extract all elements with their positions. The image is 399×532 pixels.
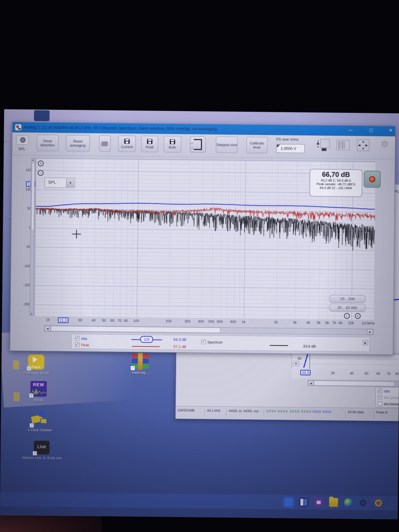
camera-icon[interactable] [16, 135, 29, 145]
shortcut-arrow-icon: ↗ [33, 451, 37, 455]
x-tick: 10k [343, 321, 358, 325]
buckle [138, 353, 143, 370]
archive-label[interactable]: room eq… [124, 370, 157, 375]
fs-sine-input[interactable]: 1,0000 V [276, 144, 305, 153]
x-tick: 1k [236, 320, 251, 324]
edge-browser-taskbar-icon[interactable] [344, 498, 353, 507]
spin-flag-icon [277, 145, 280, 148]
start-taskbar-icon[interactable] [284, 498, 293, 507]
one-click-cleaner-icon[interactable]: ↗ [31, 411, 49, 427]
octave-selector[interactable]: 1/3 [140, 336, 153, 343]
close-button[interactable]: ✕ [385, 128, 397, 134]
zoom-in-button[interactable]: + [38, 160, 44, 166]
save-both-label: Both [169, 145, 176, 149]
task-view-taskbar-icon[interactable] [299, 498, 308, 507]
open-file-button[interactable] [99, 135, 111, 152]
desktop-tile-icon[interactable] [34, 110, 50, 121]
mini-desktop-icon[interactable] [13, 392, 19, 401]
pan-arrows-icon[interactable]: ▲ ▼ ◀ ▶ [357, 139, 369, 151]
zoom-out-button[interactable]: − [38, 170, 44, 176]
rew-icon[interactable]: REW ↗ [30, 381, 47, 397]
x-tick: 300 [180, 319, 195, 323]
scrollbar-thumb[interactable] [314, 380, 394, 386]
status-hex-blue: 0000 0000 [312, 410, 332, 414]
y-tick: -50 [21, 245, 31, 249]
curve-select-combo[interactable]: SPL ▼ [44, 177, 75, 188]
cleaner-label[interactable]: 1-Click Cleaner [20, 428, 60, 432]
legend-right-arrow[interactable]: ▶ [363, 340, 368, 345]
clock-compass-taskbar-icon[interactable] [374, 499, 383, 507]
pan-box [320, 139, 330, 148]
bw-h-scrollbar[interactable]: ◀ [308, 380, 399, 387]
minimize-button[interactable]: — [345, 128, 356, 134]
shortcut-arrow-icon: ↗ [30, 423, 34, 427]
bw-checkbox-panel: ✓ oba ✓ Min phase Mic/Meter [375, 387, 399, 408]
chevron-down-icon[interactable]: ▼ [66, 178, 74, 187]
x-tick: 15 [40, 318, 55, 322]
scroll-left-arrow[interactable]: ◀ [308, 380, 314, 386]
save-current-button[interactable]: Current [118, 135, 136, 152]
peak-value: 57,1 dB [173, 344, 186, 348]
winrar-archive-icon[interactable]: ↗ [132, 354, 149, 369]
stepped-sine-button[interactable]: Stepped sine [216, 137, 238, 153]
bw-blue-curve [303, 354, 309, 368]
reset-averaging-button[interactable]: Reset averaging [66, 135, 90, 152]
bw-x-tick: 30 [325, 371, 340, 375]
bw-micmeter-checkbox[interactable] [378, 401, 382, 406]
bw-minphase-checkbox[interactable]: ✓ [378, 395, 382, 399]
media-taskbar-icon[interactable] [314, 498, 323, 507]
scroll-down-arrow[interactable]: ▼ [30, 313, 33, 315]
range-10-200-button[interactable]: 10 .. 200 [329, 295, 366, 303]
settings-gear-taskbar-icon[interactable]: ⚙ [359, 498, 368, 507]
calibrate-level-button[interactable]: Calibrate level [246, 137, 268, 153]
y-tick: 100 [21, 187, 32, 191]
ableton-live-icon[interactable]: Live ↗ [34, 441, 50, 454]
save-peak-button[interactable]: Peak [141, 136, 158, 152]
pan-control-icon[interactable]: ▲ ▼ [316, 139, 330, 151]
potplayer-icon[interactable]: Player ↗ [28, 355, 44, 369]
routing-icon: → → [194, 139, 202, 150]
plot-h-scrollbar[interactable]: ◀ ▶ [44, 325, 374, 335]
legend-panel: ✓ oba ✓ Peak 1/3 64,3 dB 57,1 dB ✓ Spect… [71, 334, 370, 352]
camera-lens [20, 137, 25, 143]
spectrum-label: Spectrum [207, 340, 223, 344]
show-distortion-button[interactable]: Show distortion [37, 135, 59, 151]
scroll-up-arrow[interactable]: ▲ [32, 159, 34, 161]
photo-stage: KOM Ko favo Player ↗ PotPlayer 64 bit ↗ … [0, 0, 399, 532]
maximize-button[interactable]: ▢ [365, 128, 377, 134]
bw-dropdown-button[interactable]: ▼ [293, 361, 299, 367]
bands-icon[interactable] [337, 140, 350, 150]
plot-area[interactable]: + − SPL ▼ 66,70 dB 63,2 dB C, 54,9 dB A … [34, 158, 375, 319]
bw-micmeter-label: Mic/Meter [384, 402, 399, 406]
bw-oba-checkbox[interactable]: ✓ [378, 389, 382, 393]
spectrum-value: 33,6 dB [303, 344, 316, 348]
level-line2: 63,2 dB C, 54,9 dB A [310, 178, 362, 183]
scrollbar-thumb[interactable] [51, 326, 220, 333]
potplayer-label[interactable]: PotPlayer 64 bit [14, 371, 58, 375]
range-20-20000-button[interactable]: 20 .. 20 000 [329, 304, 366, 312]
bw-plot-remnant: 65 [291, 354, 399, 370]
x-zoom-in-button[interactable]: + [355, 313, 361, 319]
save-both-button[interactable]: Both [164, 136, 181, 152]
ableton-label[interactable]: Ableton Live 11 Suite.exe [19, 456, 64, 460]
status-format: Int32L in, Int32L out [229, 409, 264, 417]
mini-desktop-icon[interactable] [13, 360, 19, 369]
rew-icon-text: REW [31, 382, 47, 387]
record-button[interactable] [364, 171, 381, 188]
settings-gear-icon[interactable]: ⚙ [381, 139, 389, 150]
cleaner-check [40, 418, 47, 424]
spectrum-checkbox[interactable]: ✓ [201, 340, 206, 344]
status-bar: 134/251MB 44.1 kHz Int32L in, Int32L out… [176, 406, 399, 421]
scroll-left-arrow[interactable]: ◀ [44, 326, 51, 331]
ableton-icon-text: Live [34, 444, 50, 449]
scrollbar-thumb[interactable] [31, 162, 35, 230]
peak-label: Peak [81, 343, 89, 347]
oba-checkbox[interactable]: ✓ [75, 336, 80, 340]
peak-checkbox[interactable]: ✓ [75, 342, 79, 347]
scroll-right-arrow[interactable]: ▶ [367, 329, 373, 335]
rew-label[interactable]: REW [25, 398, 52, 403]
level-line4: 64,3 dB 22 - 22k UNW [310, 186, 362, 190]
file-explorer-taskbar-icon[interactable] [329, 498, 338, 507]
io-routing-button[interactable]: → → [190, 136, 206, 153]
x-zoom-out-button[interactable]: − [344, 313, 350, 319]
